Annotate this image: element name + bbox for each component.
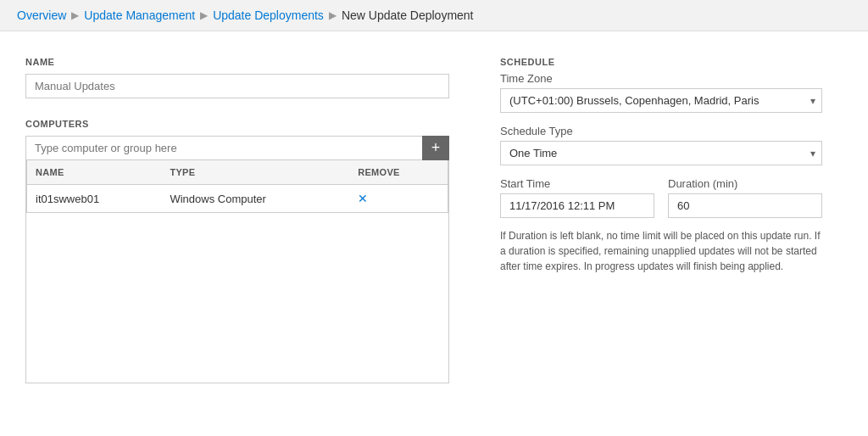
breadcrumb-sep-2: ▶ bbox=[200, 9, 208, 21]
schedule-label: SCHEDULE bbox=[500, 57, 822, 67]
breadcrumb-sep-3: ▶ bbox=[329, 9, 337, 21]
right-panel: SCHEDULE Time Zone (UTC+01:00) Brussels,… bbox=[500, 57, 822, 383]
duration-info-text: If Duration is left blank, no time limit… bbox=[500, 228, 822, 274]
schedule-type-label: Schedule Type bbox=[500, 125, 822, 137]
breadcrumb-new-deployment: New Update Deployment bbox=[342, 8, 474, 22]
col-type: TYPE bbox=[161, 160, 349, 185]
remove-button[interactable]: ✕ bbox=[358, 192, 368, 205]
main-content: NAME COMPUTERS + NAME TYPE REMOVE bbox=[0, 31, 868, 409]
breadcrumb-update-management[interactable]: Update Management bbox=[84, 8, 195, 22]
breadcrumb: Overview ▶ Update Management ▶ Update De… bbox=[0, 0, 868, 31]
left-panel: NAME COMPUTERS + NAME TYPE REMOVE bbox=[25, 57, 449, 383]
timezone-label: Time Zone bbox=[500, 72, 822, 85]
col-remove: REMOVE bbox=[349, 160, 448, 185]
table-empty-area bbox=[26, 213, 448, 383]
breadcrumb-update-deployments[interactable]: Update Deployments bbox=[213, 8, 324, 22]
col-name: NAME bbox=[27, 160, 162, 185]
duration-label: Duration (min) bbox=[668, 177, 822, 190]
computers-table: NAME TYPE REMOVE it01swweb01 Windows Com… bbox=[26, 160, 448, 213]
computer-name: it01swweb01 bbox=[27, 185, 162, 213]
remove-cell: ✕ bbox=[349, 185, 448, 213]
duration-input[interactable] bbox=[668, 193, 822, 218]
computer-type: Windows Computer bbox=[161, 185, 349, 213]
time-duration-fields: Start Time Duration (min) bbox=[500, 177, 822, 218]
schedule-type-wrapper: One Time ▾ bbox=[500, 141, 822, 165]
computers-section-label: COMPUTERS bbox=[25, 119, 449, 129]
breadcrumb-overview[interactable]: Overview bbox=[17, 8, 66, 22]
table-row: it01swweb01 Windows Computer ✕ bbox=[27, 185, 448, 213]
computers-input[interactable] bbox=[25, 136, 422, 160]
computers-input-row: + bbox=[25, 136, 449, 160]
duration-field: Duration (min) bbox=[668, 177, 822, 218]
schedule-type-select[interactable]: One Time bbox=[500, 141, 822, 165]
start-time-field: Start Time bbox=[500, 177, 654, 218]
breadcrumb-sep-1: ▶ bbox=[71, 9, 79, 21]
timezone-wrapper: (UTC+01:00) Brussels, Copenhagen, Madrid… bbox=[500, 88, 822, 113]
name-section-label: NAME bbox=[25, 57, 449, 67]
start-time-input[interactable] bbox=[500, 193, 654, 218]
add-computer-button[interactable]: + bbox=[422, 136, 449, 160]
start-time-label: Start Time bbox=[500, 177, 654, 190]
computers-section: COMPUTERS + NAME TYPE REMOVE bbox=[25, 119, 449, 383]
name-input[interactable] bbox=[25, 74, 449, 98]
computers-table-wrapper: NAME TYPE REMOVE it01swweb01 Windows Com… bbox=[25, 160, 449, 383]
timezone-select[interactable]: (UTC+01:00) Brussels, Copenhagen, Madrid… bbox=[500, 88, 822, 113]
table-header-row: NAME TYPE REMOVE bbox=[27, 160, 448, 185]
